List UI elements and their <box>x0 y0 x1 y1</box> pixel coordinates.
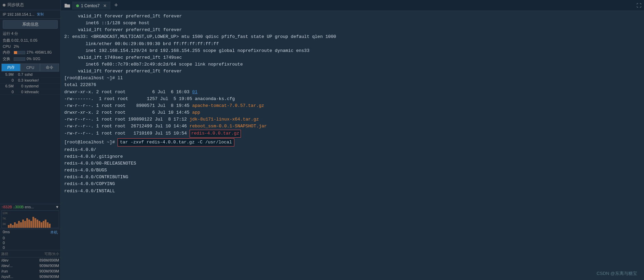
file-tomcat: apache-tomcat-7.0.57.tar.gz <box>192 103 264 108</box>
process-tabs: 内存 CPU 命令 <box>1 64 59 72</box>
proc-cpu: 0.7 <box>14 72 23 76</box>
disk-size: 900M/909M <box>35 269 59 273</box>
file-row: drwxr-xr-x. 2 root root 6 Jul 10 14:45 a… <box>64 109 641 116</box>
extract-line: redis-4.0.0/CONTRIBUTING <box>64 174 641 181</box>
disk-size: 909M/909M <box>35 275 59 279</box>
counter-1: 0 <box>0 240 60 245</box>
net-chart: 10K 7K 3K <box>1 210 59 228</box>
watermark: CSDN @东离与糖宝 <box>597 270 637 277</box>
proc-cpu: 0 <box>14 90 23 94</box>
tar-command-box: tar -zxvf redis-4.0.0.tar.gz -C /usr/loc… <box>118 138 234 146</box>
net-row: ↑832B ↓300B ens... ▼ <box>0 204 60 210</box>
mem-percent: 27% <box>27 51 33 54</box>
term-line: valid_lft forever preferred_lft forever <box>64 27 641 33</box>
folder-icon-button[interactable] <box>62 1 72 10</box>
disk-item: /dev 898M/898M <box>0 257 60 263</box>
term-line: inet6 fe80::7c79:e8b7:2c49:dc2d/64 scope… <box>64 61 641 68</box>
swap-percent: 0% <box>27 57 31 61</box>
disk-item: /run 900M/909M <box>0 268 60 274</box>
disk-path: /dev/... <box>1 264 35 268</box>
proc-mem: 5.9M <box>1 72 14 76</box>
term-line: inet 192.168.154.129/24 brd 192.168.154.… <box>64 47 641 54</box>
expand-icon[interactable]: ▼ <box>55 205 59 209</box>
file-row: -rw-r--r--. 1 root root 8900571 Jul 8 19… <box>64 102 641 109</box>
extract-line: redis-4.0.0/COPYING <box>64 181 641 187</box>
mem-bar-container <box>14 51 25 54</box>
term-line: valid_lft forever preferred_lft forever <box>64 68 641 75</box>
cpu-stat-row: CPU 2% <box>0 44 60 49</box>
disk-header: 路径 可用/大小 <box>0 251 60 257</box>
swap-size: 0/2G <box>33 57 40 61</box>
sync-label: 同步状态 <box>8 2 24 8</box>
file-row: -rw-r--r--. 1 root root 26712499 Jul 10 … <box>64 123 641 130</box>
main-content: 1 Centos7 ✕ + ⛶ valid_lft forever prefer… <box>61 0 644 280</box>
tab-active-dot <box>76 4 79 7</box>
proc-mem: 0 <box>1 90 14 94</box>
term-line: valid_lft 1749sec preferred_lft 1749sec <box>64 54 641 61</box>
tab-cpu[interactable]: CPU <box>20 64 40 71</box>
mem-stat-row: 内存 27% 495M/1.8G <box>0 49 60 56</box>
proc-name: kthreadc <box>25 90 59 94</box>
disk-col-path: 路径 <box>1 252 35 256</box>
disk-item: /sys/f... 909M/909M <box>0 274 60 279</box>
disk-path: /dev <box>1 258 35 262</box>
tab-bar: 1 Centos7 ✕ + ⛶ <box>61 0 644 11</box>
term-line: link/ether 00:0c:29:0b:99:30 brd ff:ff:f… <box>64 41 641 47</box>
disk-path: /sys/f... <box>1 275 35 279</box>
file-row: -rw-r--r--. 1 root root 190890122 Jul 8 … <box>64 116 641 123</box>
sys-info-button[interactable]: 系统信息 <box>3 20 58 29</box>
sidebar: 同步状态 IP 192.168.154.1... 复制 系统信息 运行 4 分 … <box>0 0 61 280</box>
file-row: -rw-r--r--. 1 root root 1710169 Jul 15 1… <box>64 130 641 137</box>
proc-name: sshd <box>25 72 59 76</box>
tab-command[interactable]: 命令 <box>40 64 59 71</box>
list-item: 0 0.3 kworker/ <box>0 78 60 83</box>
term-line: inet6 ::1/128 scope host <box>64 20 641 27</box>
total-line: total 222876 <box>64 82 641 88</box>
cpu-label: CPU <box>3 44 12 48</box>
counter-0: 0 <box>0 236 60 240</box>
ll-command: [root@localhost ~]# ll <box>64 75 641 82</box>
tab-memory[interactable]: 内存 <box>1 64 20 71</box>
disk-section: 路径 可用/大小 /dev 898M/898M /dev/... 909M/90… <box>0 250 60 280</box>
ping-row: 0ms 本机 <box>0 229 60 236</box>
file-01: 01 <box>192 89 197 95</box>
terminal-tab-label: 1 Centos7 <box>81 3 100 8</box>
tar-prompt: [root@localhost ~]# <box>64 139 118 146</box>
ping-value: 0ms <box>3 230 10 235</box>
term-line: 2: ens33: <BROADCAST,MULTICAST,UP,LOWER_… <box>64 33 641 40</box>
proc-cpu: 0.3 <box>14 78 23 82</box>
net-down: ↓300B <box>13 205 24 209</box>
swap-bar-container <box>14 57 25 61</box>
ping-local: 本机 <box>50 230 58 235</box>
file-row: drwxr-xr-x. 2 root root 6 Jul 6 16:03 01 <box>64 89 641 96</box>
mem-size: 495M/1.8G <box>35 51 52 54</box>
add-tab-button[interactable]: + <box>112 1 121 10</box>
file-row: -rw-------. 1 root root 1257 Jul 5 19:05… <box>64 96 641 102</box>
terminal-body[interactable]: valid_lft forever preferred_lft forever … <box>61 11 644 280</box>
mem-bar-fill <box>14 51 17 54</box>
terminal-tab-centos7[interactable]: 1 Centos7 ✕ <box>72 2 110 10</box>
net-up: ↑832B <box>1 205 12 209</box>
list-item: 6.5M 0 systemd <box>0 83 60 89</box>
proc-name: systemd <box>25 84 59 88</box>
copy-button[interactable]: 复制 <box>36 12 45 17</box>
counter-2: 0 <box>0 245 60 250</box>
proc-mem: 0 <box>1 78 14 82</box>
net-interface: ens... <box>25 205 34 209</box>
proc-name: kworker/ <box>25 78 59 82</box>
disk-path: /run <box>1 269 35 273</box>
extract-line: redis-4.0.0/ <box>64 146 641 153</box>
file-reboot: reboot_ssm-0.0.1-SNAPSHOT.jar <box>190 124 267 129</box>
file-redis-boxed: redis-4.0.0.tar.gz <box>190 130 241 137</box>
load: 负载 0.02, 0.11, 0.05 <box>0 37 60 44</box>
uptime: 运行 4 分 <box>0 30 60 37</box>
ip-row: IP 192.168.154.1... 复制 <box>0 10 60 19</box>
extract-line: redis-4.0.0/00-RELEASENOTES <box>64 160 641 167</box>
swap-stat-row: 交换 0% 0/2G <box>0 56 60 62</box>
sync-dot-icon <box>3 4 5 6</box>
disk-col-size: 可用/大小 <box>35 252 59 256</box>
ip-address: IP 192.168.154.1... <box>3 12 35 16</box>
maximize-button[interactable]: ⛶ <box>635 1 643 10</box>
extract-line: redis-4.0.0/INSTALL <box>64 188 641 195</box>
tab-close-button[interactable]: ✕ <box>103 3 107 8</box>
